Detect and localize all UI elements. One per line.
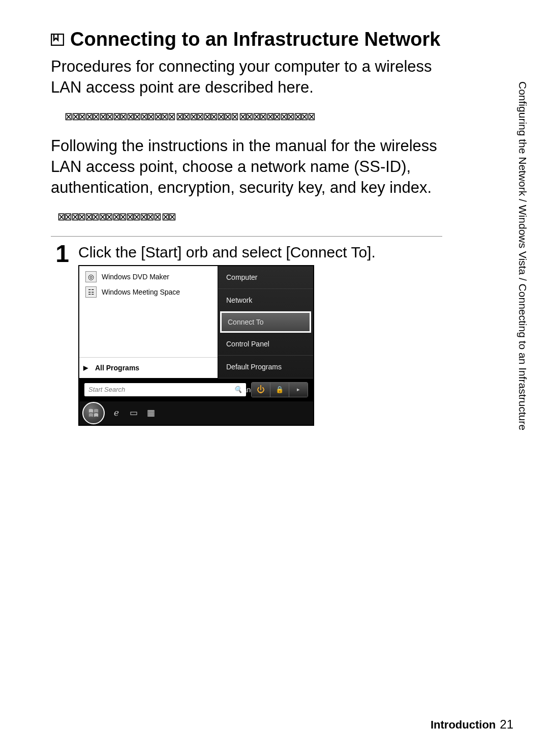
power-icon: ⏻ bbox=[257, 385, 265, 394]
lock-button[interactable]: 🔒 bbox=[270, 383, 289, 397]
right-item-control-panel[interactable]: Control Panel bbox=[218, 333, 313, 355]
start-menu-screenshot: ◎ Windows DVD Maker ☷ Windows Meeting Sp… bbox=[78, 265, 314, 426]
all-programs-label: All Programs bbox=[95, 364, 139, 372]
dvd-maker-icon: ◎ bbox=[85, 271, 97, 282]
intro-paragraph: Procedures for connecting your computer … bbox=[51, 56, 447, 98]
meeting-space-icon: ☷ bbox=[85, 286, 97, 298]
right-item-computer[interactable]: Computer bbox=[218, 266, 313, 288]
page-heading: Connecting to an Infrastructure Network bbox=[51, 28, 518, 50]
chevron-right-icon: ▸ bbox=[297, 386, 300, 393]
taskbar-ie-icon[interactable]: ℯ bbox=[111, 408, 122, 418]
right-item-network[interactable]: Network bbox=[218, 288, 313, 311]
power-button[interactable]: ⏻ bbox=[252, 383, 270, 397]
chevron-right-icon: ▶ bbox=[83, 364, 88, 371]
page-footer: Introduction21 bbox=[431, 717, 513, 732]
divider bbox=[51, 236, 442, 237]
right-item-default-programs[interactable]: Default Programs bbox=[218, 355, 313, 378]
search-placeholder: Start Search bbox=[88, 386, 125, 393]
step-text: Click the [Start] orb and select [Connec… bbox=[78, 244, 518, 261]
windows-logo-icon bbox=[88, 408, 99, 419]
connect-to-highlighted[interactable]: Connect To bbox=[220, 311, 311, 333]
redacted-subheading-1: ⊠⊠⊠⊠⊠⊠⊠⊠⊠⊠⊠⊠⊠⊠⊠⊠ ⊠⊠⊠⊠⊠⊠⊠⊠⊠ ⊠⊠⊠⊠⊠⊠⊠⊠⊠⊠⊠ bbox=[51, 110, 518, 123]
instructions-paragraph: Following the instructions in the manual… bbox=[51, 136, 447, 198]
vertical-breadcrumb: Configuring the Network / Windows Vista … bbox=[516, 81, 532, 473]
start-orb[interactable] bbox=[82, 402, 105, 424]
power-options-button[interactable]: ▸ bbox=[289, 383, 308, 397]
bookmark-icon bbox=[51, 28, 64, 50]
all-programs-button[interactable]: ▶ All Programs bbox=[79, 357, 218, 378]
taskbar-media-icon[interactable]: ▦ bbox=[145, 408, 157, 418]
footer-page-number: 21 bbox=[500, 717, 513, 731]
program-label: Windows Meeting Space bbox=[102, 288, 180, 296]
taskbar: ℯ ▭ ▦ bbox=[79, 401, 313, 425]
program-item-dvd-maker[interactable]: ◎ Windows DVD Maker bbox=[83, 269, 214, 284]
heading-text: Connecting to an Infrastructure Network bbox=[70, 28, 440, 50]
taskbar-window-icon[interactable]: ▭ bbox=[128, 408, 139, 418]
redacted-subheading-2: ⊠⊠⊠⊠⊠⊠⊠⊠⊠⊠⊠⊠⊠⊠⊠ ⊠⊠ bbox=[51, 211, 518, 223]
lock-icon: 🔒 bbox=[276, 386, 284, 393]
program-label: Windows DVD Maker bbox=[102, 273, 169, 281]
step-number: 1 bbox=[51, 242, 69, 266]
search-icon: 🔍 bbox=[234, 386, 242, 393]
footer-section: Introduction bbox=[431, 718, 496, 731]
program-item-meeting-space[interactable]: ☷ Windows Meeting Space bbox=[83, 284, 214, 300]
start-search-input[interactable]: Start Search 🔍 bbox=[84, 383, 246, 396]
